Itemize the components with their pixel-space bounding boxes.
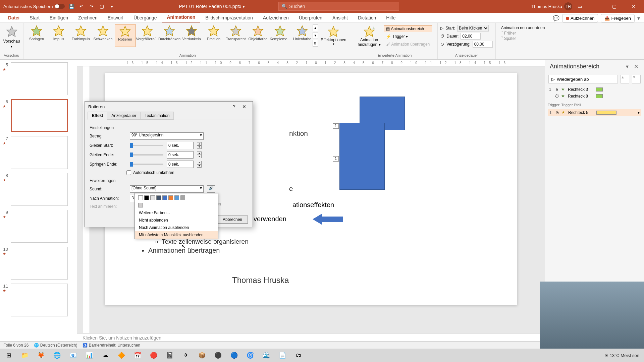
- gallery-item-0[interactable]: Springen: [26, 24, 47, 47]
- start-select[interactable]: Beim Klicken: [457, 25, 489, 32]
- outlook-icon[interactable]: 📧: [66, 349, 80, 361]
- duration-input[interactable]: [461, 33, 481, 40]
- gallery-item-10[interactable]: Objektfarbe: [248, 24, 268, 47]
- slide-counter[interactable]: Folie 6 von 26: [3, 343, 29, 348]
- color-swatch[interactable]: [138, 203, 143, 207]
- dialog-tab-1[interactable]: Anzeigedauer: [107, 112, 141, 120]
- play-from-button[interactable]: ▷Wiedergeben ab: [548, 75, 618, 83]
- gallery-item-9[interactable]: Transparent: [225, 24, 246, 47]
- thumbnail-5[interactable]: 5★: [3, 62, 74, 95]
- dropdown-icon[interactable]: ▾: [638, 110, 640, 115]
- gallery-item-8[interactable]: Erhellen: [203, 24, 224, 47]
- save-icon[interactable]: 💾: [68, 3, 75, 10]
- dropdown-item-2[interactable]: Mit nächstem Mausklick ausblenden: [135, 231, 218, 239]
- user-account[interactable]: Thomas Hruska TH: [531, 2, 572, 10]
- color-swatch[interactable]: [150, 195, 155, 200]
- ribbon-display-icon[interactable]: ▭: [576, 3, 583, 10]
- thumbnail-panel[interactable]: 5★6★7★8★9★10★11★: [0, 60, 77, 343]
- tab-aufzeichnen[interactable]: Aufzeichnen: [258, 13, 293, 22]
- maximize-button[interactable]: ▢: [606, 0, 622, 13]
- auto-reverse-checkbox[interactable]: [126, 170, 131, 175]
- color-swatch[interactable]: [156, 195, 161, 200]
- explorer-icon[interactable]: 📁: [17, 349, 32, 361]
- sound-combo[interactable]: [Ohne Sound] ▾: [130, 185, 204, 193]
- onenote-icon[interactable]: 📓: [162, 349, 177, 361]
- more-colors-item[interactable]: Weitere Farben...: [135, 209, 218, 217]
- gallery-item-11[interactable]: Kompleme...: [270, 24, 290, 47]
- autosave-toggle[interactable]: Automatisches Speichern: [3, 4, 65, 9]
- tab-ansicht[interactable]: Ansicht: [328, 13, 353, 22]
- toggle-switch[interactable]: [55, 4, 65, 9]
- animation-list[interactable]: 1🖱★Rechteck 3⏱★Rechteck 8: [545, 85, 644, 101]
- app-icon[interactable]: 🌀: [243, 349, 258, 361]
- gallery-item-7[interactable]: Verdunkeln: [181, 24, 202, 47]
- add-animation-button[interactable]: + Animation hinzufügen ▾: [358, 25, 381, 48]
- search-box[interactable]: 🔍 Suchen: [278, 2, 399, 11]
- amount-combo[interactable]: 90° Uhrzeigersinn ▾: [130, 132, 204, 140]
- ribbon-chevron-icon[interactable]: ▾: [637, 15, 640, 21]
- sound-volume-button[interactable]: 🔊: [207, 185, 215, 193]
- weather-widget[interactable]: ☀ 13°C Meist son: [604, 353, 639, 358]
- language-button[interactable]: 🌐 Deutsch (Österreich): [34, 343, 77, 348]
- preview-button[interactable]: Vorschau ▾: [3, 24, 20, 50]
- edge-icon[interactable]: 🌊: [259, 349, 274, 361]
- app-icon[interactable]: 📄: [275, 349, 290, 361]
- obs-icon[interactable]: ⚫: [211, 349, 225, 361]
- color-swatch[interactable]: [162, 195, 167, 200]
- dialog-tab-2[interactable]: Textanimation: [140, 112, 174, 120]
- color-swatch[interactable]: [144, 195, 149, 200]
- color-swatch[interactable]: [168, 195, 173, 200]
- minimize-button[interactable]: —: [587, 0, 602, 13]
- tab-überprüfen[interactable]: Überprüfen: [294, 13, 327, 22]
- thumbnail-11[interactable]: 11★: [3, 284, 74, 316]
- color-swatch[interactable]: [180, 195, 185, 200]
- vlc-icon[interactable]: 🔶: [114, 349, 129, 361]
- bounce-end-spin[interactable]: 0 sek.: [167, 161, 194, 168]
- thumbnail-7[interactable]: 7★: [3, 136, 74, 169]
- powerpoint-icon[interactable]: 📊: [82, 349, 97, 361]
- chrome-icon[interactable]: 🌐: [50, 349, 64, 361]
- telegram-icon[interactable]: ✈: [178, 349, 193, 361]
- tab-hilfe[interactable]: Hilfe: [381, 13, 400, 22]
- dialog-close-button[interactable]: ✕: [239, 102, 249, 112]
- delay-input[interactable]: [473, 41, 493, 48]
- gallery-item-6[interactable]: Durchtränken: [159, 24, 180, 47]
- pane-close-icon[interactable]: ✕: [633, 63, 639, 70]
- accessibility-button[interactable]: ♿ Barrierefreiheit: Untersuchen: [83, 343, 140, 348]
- color-swatch[interactable]: [174, 195, 179, 200]
- smooth-end-slider[interactable]: [130, 154, 163, 156]
- app-icon[interactable]: 🔴: [146, 349, 161, 361]
- tab-dictation[interactable]: Dictation: [353, 13, 381, 22]
- smooth-start-spin[interactable]: 0 sek.: [167, 142, 194, 149]
- filename[interactable]: PPT 01 Roter Faden 004.pptx ▾: [179, 4, 245, 9]
- effect-options-button[interactable]: Effektoptionen ▾: [318, 24, 349, 47]
- present-icon[interactable]: ▢: [98, 3, 105, 10]
- animation-tag-2[interactable]: 1: [333, 156, 339, 162]
- gallery-item-12[interactable]: Linienfarbe: [292, 24, 313, 47]
- gallery-item-5[interactable]: Vergrößern/...: [137, 24, 158, 47]
- dropdown-item-1[interactable]: Nach Animation ausblenden: [135, 224, 218, 231]
- comments-icon[interactable]: 💬: [553, 15, 559, 21]
- bounce-end-slider[interactable]: [130, 164, 163, 165]
- gallery-item-1[interactable]: Impuls: [48, 24, 69, 47]
- arrow-shape[interactable]: [313, 214, 343, 225]
- animation-gallery[interactable]: SpringenImpulsFarbimpulsSchwankenRotiere…: [26, 24, 313, 47]
- app-icon[interactable]: ☁: [98, 349, 113, 361]
- pane-options-icon[interactable]: ▾: [624, 63, 631, 70]
- app-icon[interactable]: 🗂: [291, 349, 306, 361]
- animation-item-selected[interactable]: 1 🖱 ★ Rechteck 5 ▾: [548, 109, 641, 116]
- smooth-start-slider[interactable]: [130, 145, 163, 146]
- app-icon[interactable]: 📦: [195, 349, 209, 361]
- animation-item-1[interactable]: ⏱★Rechteck 8: [548, 93, 641, 100]
- color-swatch[interactable]: [138, 195, 143, 200]
- tab-zeichnen[interactable]: Zeichnen: [73, 13, 102, 22]
- cancel-button[interactable]: Abbrechen: [217, 216, 248, 224]
- tab-einfügen[interactable]: Einfügen: [45, 13, 73, 22]
- animation-item-0[interactable]: 1🖱★Rechteck 3: [548, 86, 641, 93]
- redo-icon[interactable]: ↷: [88, 3, 95, 10]
- thumbnail-8[interactable]: 8★: [3, 173, 74, 206]
- start-button[interactable]: ⊞: [1, 349, 16, 361]
- rectangle-shape-2[interactable]: [339, 123, 385, 190]
- share-button[interactable]: 📤Freigeben: [601, 14, 635, 22]
- undo-icon[interactable]: ↶: [78, 3, 85, 10]
